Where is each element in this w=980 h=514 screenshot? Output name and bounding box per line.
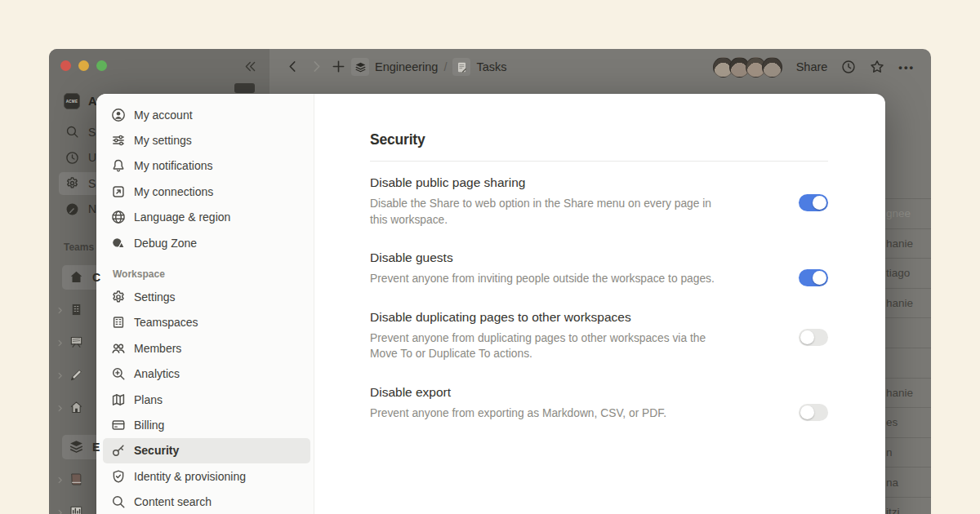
gear-icon: [65, 176, 79, 190]
table-row: hanie: [885, 289, 931, 319]
nav-item-teamspaces[interactable]: Teamspaces: [103, 310, 310, 335]
chevron-right-icon[interactable]: [56, 476, 65, 485]
magnifier-plus-icon: [111, 366, 126, 381]
layers-icon: [69, 439, 85, 455]
nav-item-label: Settings: [134, 290, 176, 304]
person-circle-icon: [111, 108, 126, 122]
table-row: itzi: [885, 498, 931, 514]
setting-toggle[interactable]: [799, 194, 828, 211]
task-page-icon[interactable]: [452, 58, 470, 76]
workspace-logo: ACME: [64, 93, 80, 109]
nav-item-my-settings[interactable]: My settings: [103, 127, 310, 153]
table-row: n: [885, 438, 931, 468]
nav-item-settings[interactable]: Settings: [103, 284, 310, 309]
toggle-knob: [813, 196, 826, 210]
chevron-right-icon[interactable]: [56, 508, 65, 514]
settings-modal: My accountMy settingsMy notificationsMy …: [96, 94, 885, 514]
chevron-right-icon[interactable]: [56, 371, 65, 380]
clock-icon: [65, 151, 79, 165]
setting-toggle[interactable]: [799, 269, 828, 286]
breadcrumb-teamspace[interactable]: Engineering: [375, 60, 438, 73]
table-row: na: [885, 467, 931, 498]
breadcrumb-page[interactable]: Tasks: [476, 60, 506, 73]
setting-toggle[interactable]: [799, 404, 828, 421]
assignee-column-peek: gneehanietiagohaniehanieesnnaitzi: [885, 198, 931, 514]
nav-item-label: Debug Zone: [134, 237, 197, 250]
nav-item-members[interactable]: Members: [103, 335, 310, 361]
setting-title: Disable public page sharing: [370, 175, 746, 190]
back-icon[interactable]: [284, 58, 301, 74]
shield-check-icon: [111, 469, 126, 484]
nav-item-content-search[interactable]: Content search: [103, 489, 310, 514]
chevron-right-icon[interactable]: [56, 404, 65, 413]
nav-item-label: Identity & provisioning: [134, 470, 246, 483]
book-emoji-icon: [69, 472, 85, 488]
settings-nav: My accountMy settingsMy notificationsMy …: [96, 94, 314, 514]
nav-item-label: Members: [134, 342, 181, 355]
zoom-window-button[interactable]: [96, 60, 107, 71]
table-row: tiago: [885, 259, 931, 289]
security-setting-row: Disable public page sharingDisable the S…: [370, 175, 828, 228]
people-icon: [111, 341, 126, 356]
sidebar-item-label: S: [88, 126, 96, 139]
board-emoji-icon: [69, 335, 85, 351]
table-row: hanie: [885, 379, 931, 409]
teamspace-layers-icon[interactable]: [351, 58, 369, 76]
ellipsis-icon[interactable]: •••: [898, 61, 915, 73]
nav-item-language-region[interactable]: Language & region: [103, 205, 310, 230]
toggle-knob: [800, 405, 814, 419]
nav-item-plans[interactable]: Plans: [103, 387, 310, 412]
nav-item-debug-zone[interactable]: Debug Zone: [103, 230, 310, 255]
sidebar-peek-pill: [234, 83, 255, 93]
nav-item-label: Language & region: [134, 210, 230, 224]
table-row: hanie: [885, 229, 931, 259]
toolbar-right: Share •••: [713, 57, 915, 77]
bell-icon: [111, 158, 126, 173]
card-icon: [111, 418, 126, 432]
workspace-name: A: [88, 95, 96, 108]
nav-item-label: My account: [134, 109, 193, 122]
setting-description: Prevent anyone from inviting people outs…: [370, 271, 727, 287]
sidebar-item-label: N: [88, 202, 96, 215]
breadcrumb-separator: /: [443, 60, 447, 73]
nav-item-my-connections[interactable]: My connections: [103, 179, 310, 204]
table-row: [885, 318, 931, 348]
map-icon: [111, 392, 126, 407]
nav-item-my-account[interactable]: My account: [103, 102, 310, 127]
workspace-section-label: Workspace: [113, 268, 314, 280]
security-setting-row: Disable guestsPrevent anyone from inviti…: [370, 250, 828, 287]
key-icon: [111, 443, 126, 458]
security-setting-row: Disable duplicating pages to other works…: [370, 310, 828, 362]
nav-item-label: Billing: [134, 419, 164, 432]
close-window-button[interactable]: [60, 60, 71, 71]
nav-item-label: My connections: [134, 185, 213, 198]
share-button[interactable]: Share: [796, 60, 828, 73]
nav-item-identity-provisioning[interactable]: Identity & provisioning: [103, 463, 310, 489]
setting-text: Disable guestsPrevent anyone from inviti…: [370, 250, 746, 287]
star-icon[interactable]: [870, 60, 884, 74]
nav-item-label: Teamspaces: [134, 316, 198, 329]
table-column-header: gnee: [885, 199, 931, 229]
setting-description: Disable the Share to web option in the S…: [370, 196, 727, 228]
workspace-switcher[interactable]: ACME A: [64, 93, 96, 109]
setting-toggle[interactable]: [799, 329, 828, 346]
chart-emoji-icon: [69, 504, 85, 514]
avatar-user-4[interactable]: [762, 57, 782, 78]
nav-item-billing[interactable]: Billing: [103, 412, 310, 437]
forward-icon[interactable]: [308, 58, 324, 74]
nav-item-security[interactable]: Security: [103, 438, 310, 463]
new-page-icon[interactable]: [330, 58, 346, 74]
chevron-right-icon[interactable]: [56, 339, 65, 348]
setting-title: Disable guests: [370, 250, 746, 265]
setting-title: Disable export: [370, 385, 746, 400]
clock-icon[interactable]: [841, 60, 856, 74]
sidebar-collapse-icon[interactable]: [242, 58, 258, 74]
minimize-window-button[interactable]: [78, 60, 89, 71]
nav-item-analytics[interactable]: Analytics: [103, 361, 310, 387]
chevron-right-icon[interactable]: [56, 306, 65, 315]
globe-icon: [111, 210, 126, 224]
setting-text: Disable public page sharingDisable the S…: [370, 175, 746, 228]
setting-title: Disable duplicating pages to other works…: [370, 310, 746, 325]
gear-icon: [111, 290, 126, 304]
nav-item-my-notifications[interactable]: My notifications: [103, 153, 310, 179]
